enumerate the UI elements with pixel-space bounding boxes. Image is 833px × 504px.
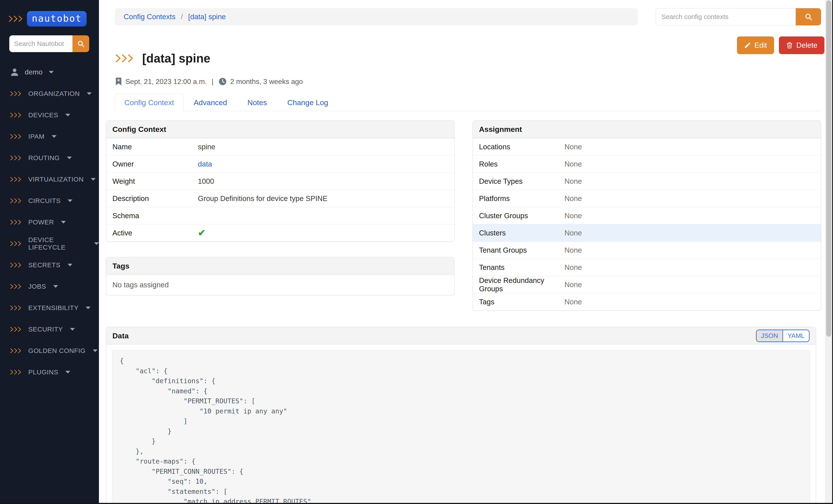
sidebar-item-organization[interactable]: ORGANIZATION <box>0 83 99 104</box>
object-search-input[interactable] <box>656 8 796 25</box>
sidebar-item-plugins[interactable]: PLUGINS <box>0 361 99 383</box>
chevron-down-icon <box>86 307 91 309</box>
sidebar-item-extensibility[interactable]: EXTENSIBILITY <box>0 297 99 318</box>
nautobot-chevrons-icon <box>10 348 22 353</box>
sidebar-user-menu[interactable]: demo <box>0 62 99 83</box>
object-meta: Sept. 21, 2023 12:00 a.m. | 2 months, 3 … <box>115 77 303 86</box>
clock-icon <box>218 77 227 86</box>
chevron-down-icon <box>68 264 72 266</box>
row-label: Clusters <box>479 229 565 237</box>
row-value: None <box>565 229 582 237</box>
sidebar-item-secrets[interactable]: SECRETS <box>0 254 99 275</box>
nautobot-chevrons-icon <box>10 241 22 246</box>
tab-config-context[interactable]: Config Context <box>115 94 184 111</box>
sidebar-item-label: GOLDEN CONFIG <box>28 347 86 355</box>
sidebar-item-label: SECURITY <box>28 326 63 333</box>
sidebar-item-security[interactable]: SECURITY <box>0 318 99 340</box>
sidebar-item-device-lifecycle[interactable]: DEVICE LIFECYCLE <box>0 233 99 254</box>
breadcrumb: Config Contexts / [data] spine <box>115 8 638 25</box>
table-row: Roles None <box>473 155 821 172</box>
user-icon <box>10 67 19 77</box>
tags-panel: Tags No tags assigned <box>106 257 454 295</box>
object-search-button[interactable] <box>796 8 821 25</box>
nautobot-chevrons-icon <box>10 177 22 182</box>
nautobot-chevrons-icon <box>115 54 134 63</box>
left-column: Config Context Name spine Owner data Wei… <box>106 120 454 295</box>
row-label: Description <box>112 194 198 203</box>
delete-button[interactable]: Delete <box>779 37 825 54</box>
sidebar: nautobot demo ORGANIZ <box>0 0 99 504</box>
sidebar-item-label: DEVICES <box>28 111 58 119</box>
sidebar-item-label: JOBS <box>28 283 46 290</box>
chevron-down-icon <box>87 92 92 95</box>
row-label: Active <box>112 229 198 237</box>
table-row: Name spine <box>106 138 454 155</box>
assignment-panel-header: Assignment <box>473 121 821 138</box>
table-row: Owner data <box>106 155 454 172</box>
sidebar-item-devices[interactable]: DEVICES <box>0 104 99 126</box>
breadcrumb-current[interactable]: [data] spine <box>188 13 226 21</box>
table-row: Platforms None <box>473 190 821 207</box>
sidebar-item-golden-config[interactable]: GOLDEN CONFIG <box>0 340 99 361</box>
row-value: None <box>565 281 582 289</box>
bookmark-plus-icon <box>115 77 122 86</box>
tab-advanced[interactable]: Advanced <box>184 94 237 111</box>
tab-notes[interactable]: Notes <box>237 94 277 111</box>
config-context-panel-header: Config Context <box>106 121 454 138</box>
data-panel: Data JSON YAML { "acl": { "definitions":… <box>106 327 816 504</box>
row-value: Group Definitions for device type SPINE <box>198 194 328 203</box>
nautobot-chevrons-icon <box>10 113 22 118</box>
row-label: Platforms <box>479 194 565 203</box>
sidebar-item-virtualization[interactable]: VIRTUALIZATION <box>0 169 99 190</box>
sidebar-item-power[interactable]: POWER <box>0 211 99 233</box>
chevron-down-icon <box>93 350 98 352</box>
table-row: Active ✔ <box>106 224 454 241</box>
edit-button[interactable]: Edit <box>737 37 774 54</box>
sidebar-item-label: EXTENSIBILITY <box>28 304 79 312</box>
edit-button-label: Edit <box>754 41 767 49</box>
sidebar-search-button[interactable] <box>72 35 89 52</box>
panel-title: Assignment <box>479 125 522 134</box>
table-row: Description Group Definitions for device… <box>106 190 454 207</box>
sidebar-item-jobs[interactable]: JOBS <box>0 275 99 297</box>
row-label: Weight <box>112 177 198 186</box>
search-icon <box>804 13 813 21</box>
breadcrumb-link-config-contexts[interactable]: Config Contexts <box>124 13 175 21</box>
window-bottom-edge <box>0 503 833 504</box>
chevron-down-icon <box>49 71 54 74</box>
nautobot-chevrons-icon <box>10 262 22 268</box>
tab-change-log[interactable]: Change Log <box>277 94 338 111</box>
row-label: Owner <box>112 160 198 168</box>
row-label: Schema <box>112 212 198 220</box>
chevron-down-icon <box>67 157 72 159</box>
row-value: None <box>565 212 582 220</box>
sidebar-search <box>9 35 89 52</box>
row-label: Name <box>112 143 198 151</box>
chevron-down-icon <box>61 221 66 223</box>
table-row: Weight 1000 <box>106 172 454 190</box>
table-row: Cluster Groups None <box>473 207 821 224</box>
nautobot-chevrons-icon <box>10 198 22 203</box>
sidebar-search-input[interactable] <box>9 35 72 52</box>
table-row: Schema <box>106 207 454 224</box>
json-format-button[interactable]: JSON <box>757 330 783 341</box>
row-value: 1000 <box>198 177 214 186</box>
row-value: None <box>565 160 582 168</box>
data-panel-wrapper: Data JSON YAML { "acl": { "definitions":… <box>106 327 816 504</box>
yaml-format-button[interactable]: YAML <box>783 330 809 341</box>
chevron-down-icon <box>94 242 99 245</box>
main-content: Config Contexts / [data] spine Edit <box>99 0 833 504</box>
row-label: Device Types <box>479 177 565 186</box>
sidebar-item-label: SECRETS <box>28 261 61 269</box>
owner-link[interactable]: data <box>198 160 212 168</box>
nautobot-chevrons-icon <box>10 91 22 96</box>
table-row: Device Redundancy Groups None <box>473 276 821 293</box>
nautobot-logo[interactable]: nautobot <box>0 11 99 26</box>
sidebar-item-label: PLUGINS <box>28 368 58 376</box>
sidebar-item-ipam[interactable]: IPAM <box>0 126 99 147</box>
page-scrollbar-thumb[interactable] <box>826 0 831 337</box>
nautobot-chevrons-icon <box>10 134 22 139</box>
sidebar-item-routing[interactable]: ROUTING <box>0 147 99 169</box>
sidebar-item-circuits[interactable]: CIRCUITS <box>0 190 99 211</box>
row-label: Locations <box>479 143 565 151</box>
